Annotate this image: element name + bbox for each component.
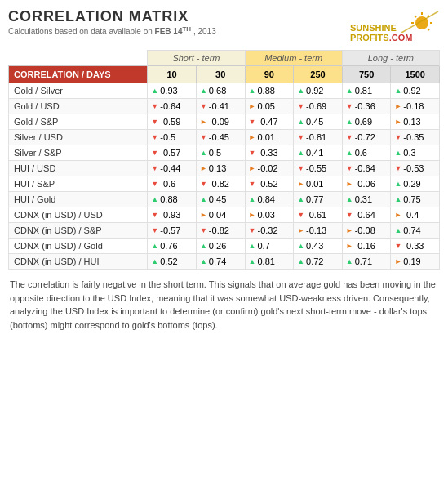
direction-arrow: ▲ bbox=[249, 195, 256, 203]
data-cell: ▲0.3 bbox=[391, 145, 440, 161]
data-cell: ▼-0.93 bbox=[148, 207, 197, 223]
direction-arrow: ▲ bbox=[249, 242, 256, 250]
direction-arrow: ▲ bbox=[394, 149, 401, 157]
direction-arrow: ▲ bbox=[151, 195, 158, 203]
data-cell: ►-0.06 bbox=[342, 176, 391, 192]
cell-value: 0.31 bbox=[355, 194, 372, 204]
cell-value: 0.13 bbox=[403, 117, 420, 127]
cell-value: 0.03 bbox=[257, 210, 274, 220]
cell-value: -0.64 bbox=[355, 163, 375, 173]
logo: SUNSHINE PROFITS.COM bbox=[350, 8, 440, 45]
table-body: Gold / Silver▲0.93▲0.68▲0.88▲0.92▲0.81▲0… bbox=[9, 83, 440, 270]
cell-value: 0.6 bbox=[355, 148, 367, 158]
main-title: CORRELATION MATRIX bbox=[8, 8, 216, 25]
data-cell: ▼-0.41 bbox=[196, 99, 245, 114]
data-cell: ►0.13 bbox=[196, 161, 245, 176]
direction-arrow: ▼ bbox=[151, 102, 158, 110]
direction-arrow: ► bbox=[297, 180, 304, 188]
direction-arrow: ▼ bbox=[200, 226, 207, 234]
cell-value: 0.52 bbox=[160, 256, 177, 266]
svg-line-4 bbox=[428, 29, 429, 30]
row-label: Gold / Silver bbox=[9, 83, 148, 99]
direction-arrow: ▼ bbox=[249, 118, 256, 126]
data-cell: ▼-0.64 bbox=[342, 207, 391, 223]
row-label: HUI / S&P bbox=[9, 176, 148, 192]
direction-arrow: ▼ bbox=[200, 102, 207, 110]
cell-value: -0.36 bbox=[355, 101, 375, 111]
cell-value: 0.13 bbox=[209, 163, 226, 173]
data-cell: ▼-0.47 bbox=[245, 114, 294, 130]
cell-value: -0.64 bbox=[355, 210, 375, 220]
data-cell: ▼-0.5 bbox=[148, 130, 197, 145]
data-cell: ►0.01 bbox=[245, 130, 294, 145]
col-1500-header: 1500 bbox=[391, 66, 440, 83]
data-cell: ▲0.7 bbox=[245, 239, 294, 254]
direction-arrow: ▼ bbox=[249, 226, 256, 234]
subtitle-sup: TH bbox=[182, 25, 191, 33]
svg-text:PROFITS.COM: PROFITS.COM bbox=[350, 33, 412, 42]
cell-value: 0.76 bbox=[160, 241, 177, 251]
subtitle-year: , 2013 bbox=[193, 27, 216, 36]
col-10-header: 10 bbox=[148, 66, 197, 83]
cell-value: -0.72 bbox=[355, 132, 375, 142]
direction-arrow: ▲ bbox=[249, 87, 256, 95]
cell-value: -0.13 bbox=[306, 225, 326, 235]
cell-value: 0.5 bbox=[209, 148, 221, 158]
data-cell: ▼-0.44 bbox=[148, 161, 197, 176]
cell-value: -0.82 bbox=[209, 225, 229, 235]
data-cell: ▼-0.33 bbox=[245, 145, 294, 161]
direction-arrow: ► bbox=[297, 226, 304, 234]
data-cell: ▲0.77 bbox=[294, 192, 343, 207]
cell-value: -0.59 bbox=[160, 117, 180, 127]
data-cell: ▲0.72 bbox=[294, 254, 343, 270]
data-cell: ▼-0.61 bbox=[294, 207, 343, 223]
cell-value: -0.93 bbox=[160, 210, 180, 220]
direction-arrow: ▼ bbox=[151, 211, 158, 219]
direction-arrow: ▼ bbox=[151, 180, 158, 188]
col-250-header: 250 bbox=[294, 66, 343, 83]
cell-value: -0.52 bbox=[257, 179, 277, 189]
direction-arrow: ► bbox=[346, 180, 353, 188]
table-row: Silver / S&P▼-0.57▲0.5▼-0.33▲0.41▲0.6▲0.… bbox=[9, 145, 440, 161]
table-row: HUI / S&P▼-0.6▼-0.82▼-0.52►0.01►-0.06▲0.… bbox=[9, 176, 440, 192]
data-cell: ▲0.68 bbox=[196, 83, 245, 99]
data-cell: ►0.04 bbox=[196, 207, 245, 223]
direction-arrow: ▲ bbox=[394, 87, 401, 95]
data-cell: ▲0.5 bbox=[196, 145, 245, 161]
data-cell: ▼-0.36 bbox=[342, 99, 391, 114]
data-cell: ▲0.76 bbox=[148, 239, 197, 254]
header: CORRELATION MATRIX Calculations based on… bbox=[8, 8, 440, 45]
direction-arrow: ▲ bbox=[200, 195, 207, 203]
data-cell: ▲0.74 bbox=[196, 254, 245, 270]
data-cell: ▲0.93 bbox=[148, 83, 197, 99]
data-cell: ▲0.45 bbox=[196, 192, 245, 207]
table-row: CDNX (in USD) / S&P▼-0.57▼-0.82▼-0.32►-0… bbox=[9, 223, 440, 239]
direction-arrow: ▼ bbox=[200, 180, 207, 188]
data-cell: ▲0.92 bbox=[294, 83, 343, 99]
table-row: HUI / USD▼-0.44►0.13►-0.02▼-0.55▼-0.64▼-… bbox=[9, 161, 440, 176]
cell-value: 0.43 bbox=[306, 241, 323, 251]
cell-value: 0.88 bbox=[257, 86, 274, 96]
cell-value: 0.92 bbox=[306, 86, 323, 96]
correlation-days-header: CORRELATION / DAYS bbox=[9, 66, 148, 83]
cell-value: 0.72 bbox=[306, 256, 323, 266]
direction-arrow: ► bbox=[249, 102, 256, 110]
direction-arrow: ► bbox=[394, 257, 401, 265]
data-cell: ▼-0.45 bbox=[196, 130, 245, 145]
data-cell: ▲0.81 bbox=[342, 83, 391, 99]
row-label: CDNX (in USD) / USD bbox=[9, 207, 148, 223]
direction-arrow: ► bbox=[346, 226, 353, 234]
row-label: CDNX (in USD) / HUI bbox=[9, 254, 148, 270]
data-cell: ▲0.84 bbox=[245, 192, 294, 207]
cell-value: -0.18 bbox=[403, 101, 424, 111]
cell-value: 0.81 bbox=[257, 256, 274, 266]
cell-value: 0.84 bbox=[257, 194, 274, 204]
direction-arrow: ▼ bbox=[346, 164, 353, 172]
row-label: CDNX (in USD) / S&P bbox=[9, 223, 148, 239]
direction-arrow: ► bbox=[249, 133, 256, 141]
direction-arrow: ► bbox=[200, 118, 207, 126]
direction-arrow: ▲ bbox=[297, 87, 304, 95]
data-cell: ▼-0.33 bbox=[391, 239, 440, 254]
direction-arrow: ▼ bbox=[297, 133, 304, 141]
cell-value: 0.92 bbox=[403, 86, 420, 96]
